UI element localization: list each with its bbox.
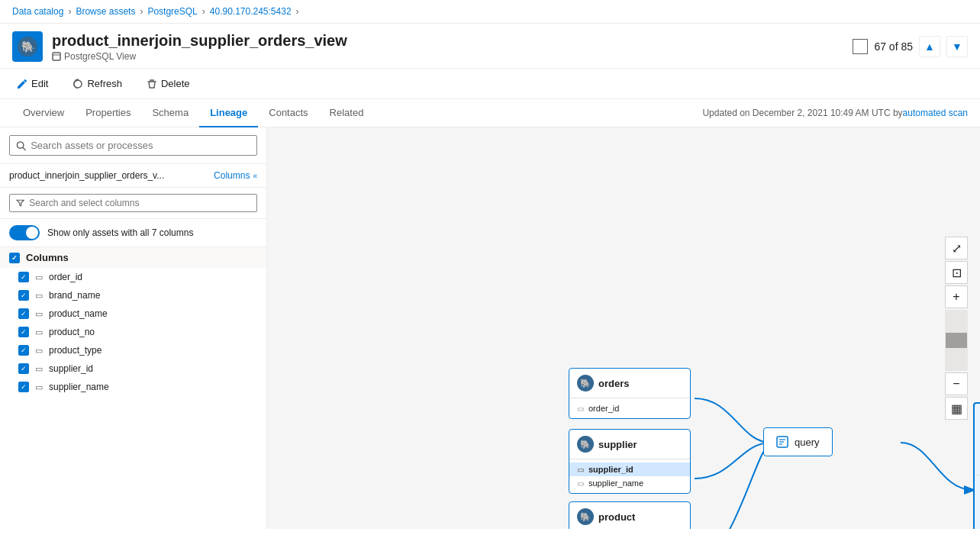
result-col-product_name: ▭ product_name <box>975 506 980 520</box>
query-icon <box>776 436 788 448</box>
tab-related[interactable]: Related <box>319 99 375 127</box>
zoom-thumb[interactable] <box>946 333 967 348</box>
columns-section-header: ✓ Columns <box>0 247 266 268</box>
postgresql-icon: 🐘 <box>12 31 43 62</box>
page-subtitle: PostgreSQL View <box>52 51 347 62</box>
col-checkbox-product_type[interactable]: ✓ <box>18 345 29 356</box>
col-type-icon: ▭ <box>35 272 43 282</box>
prev-button[interactable]: ▲ <box>919 36 940 57</box>
left-panel: product_innerjoin_supplier_orders_v... C… <box>0 127 267 529</box>
edit-button[interactable]: Edit <box>12 75 53 92</box>
page-counter: 67 of 85 ▲ ▼ <box>853 36 968 57</box>
column-item-supplier_name[interactable]: ✓ ▭ supplier_name <box>0 378 266 396</box>
updated-by-link[interactable]: automated scan <box>903 108 968 118</box>
tab-schema[interactable]: Schema <box>141 99 199 127</box>
result-node-header: 🐘 PostgreSQL View product_innerjoin_supp… <box>975 404 980 475</box>
breadcrumb-ip[interactable]: 40.90.170.245:5432 <box>210 6 292 17</box>
product-pg-icon: 🐘 <box>577 508 594 525</box>
zoom-out-button[interactable]: − <box>945 372 968 395</box>
column-item-product_no[interactable]: ✓ ▭ product_no <box>0 323 266 341</box>
column-search-container <box>0 188 266 219</box>
breadcrumb-browse-assets[interactable]: Browse assets <box>76 6 135 17</box>
col-checkbox-product_no[interactable]: ✓ <box>18 327 29 337</box>
columns-toggle-switch[interactable] <box>9 225 40 240</box>
supplier-node[interactable]: 🐘 supplier ▭ supplier_id ▭ supplier_name <box>569 429 691 494</box>
column-search-input[interactable] <box>29 198 250 208</box>
tab-contacts[interactable]: Contacts <box>258 99 318 127</box>
map-button[interactable]: ▦ <box>945 397 968 420</box>
fit-button[interactable]: ⊡ <box>945 261 968 284</box>
updated-info: Updated on December 2, 2021 10:49 AM UTC… <box>702 100 968 126</box>
svg-rect-2 <box>53 53 60 60</box>
select-checkbox[interactable] <box>853 39 868 54</box>
delete-button[interactable]: Delete <box>142 75 195 92</box>
col-checkbox-brand_name[interactable]: ✓ <box>18 290 29 301</box>
svg-line-5 <box>23 147 25 150</box>
column-item-product_type[interactable]: ✓ ▭ product_type <box>0 341 266 359</box>
col-name-brand_name: brand_name <box>49 290 100 301</box>
zoom-track[interactable] <box>945 310 968 371</box>
view-icon <box>52 52 61 61</box>
col-name-supplier_id: supplier_id <box>49 363 93 374</box>
supplier-node-header: 🐘 supplier <box>569 430 690 459</box>
header-left: 🐘 product_innerjoin_supplier_orders_view… <box>12 31 347 62</box>
asset-search-bar[interactable] <box>9 135 257 156</box>
chevron-icon: « <box>253 172 257 180</box>
breadcrumb-data-catalog[interactable]: Data catalog <box>12 6 63 17</box>
zoom-controls: ⤢ ⊡ + − ▦ <box>945 237 968 420</box>
product-node[interactable]: 🐘 product ▭ brand_name ▭ product_name ▭ … <box>569 501 691 529</box>
result-col-order_id: ▭ order_id <box>975 479 980 492</box>
columns-toggle[interactable]: Columns « <box>214 170 257 181</box>
expand-button[interactable]: ⤢ <box>945 237 968 259</box>
col-name-supplier_name: supplier_name <box>49 382 109 392</box>
breadcrumb-postgresql[interactable]: PostgreSQL <box>147 6 197 17</box>
orders-col-order_id: ▭ order_id <box>569 401 690 415</box>
supplier-pg-icon: 🐘 <box>577 436 594 453</box>
query-node[interactable]: query <box>763 427 833 456</box>
edit-icon <box>17 79 27 89</box>
product-label: product <box>598 511 635 523</box>
column-item-brand_name[interactable]: ✓ ▭ brand_name <box>0 286 266 305</box>
orders-label: orders <box>598 378 629 389</box>
tab-overview[interactable]: Overview <box>12 99 75 127</box>
svg-text:🐘: 🐘 <box>21 40 35 53</box>
column-search-bar[interactable] <box>9 194 257 212</box>
col-checkbox-product_name[interactable]: ✓ <box>18 308 29 319</box>
refresh-button[interactable]: Refresh <box>68 75 127 92</box>
tab-lineage[interactable]: Lineage <box>199 99 258 127</box>
supplier-label: supplier <box>598 439 637 450</box>
main-content: product_innerjoin_supplier_orders_v... C… <box>0 127 980 529</box>
supplier-col-supplier_name: ▭ supplier_name <box>569 476 690 490</box>
zoom-in-button[interactable]: + <box>945 285 968 308</box>
col-checkbox-supplier_name[interactable]: ✓ <box>18 382 29 392</box>
product-node-header: 🐘 product <box>569 502 690 529</box>
header: 🐘 product_innerjoin_supplier_orders_view… <box>0 24 980 69</box>
col-type-icon: ▭ <box>35 309 43 319</box>
delete-icon <box>147 79 157 89</box>
all-columns-checkbox[interactable]: ✓ <box>9 253 20 263</box>
orders-node-header: 🐘 orders <box>569 369 690 398</box>
orders-node[interactable]: 🐘 orders ▭ order_id <box>569 368 691 419</box>
col-icon: ▭ <box>577 404 584 413</box>
col-name-product_no: product_no <box>49 327 95 337</box>
lineage-canvas: 🐘 orders ▭ order_id 🐘 supplier ▭ supplie… <box>267 127 980 529</box>
col-icon: ▭ <box>577 479 584 488</box>
column-item-supplier_id[interactable]: ✓ ▭ supplier_id <box>0 359 266 378</box>
col-type-icon: ▭ <box>35 346 43 356</box>
col-type-icon: ▭ <box>35 327 43 337</box>
search-input[interactable] <box>31 140 250 151</box>
col-name-order_id: order_id <box>49 272 82 282</box>
result-node[interactable]: 🐘 PostgreSQL View product_innerjoin_supp… <box>973 402 980 529</box>
column-item-order_id[interactable]: ✓ ▭ order_id <box>0 268 266 286</box>
col-checkbox-order_id[interactable]: ✓ <box>18 272 29 282</box>
col-checkbox-supplier_id[interactable]: ✓ <box>18 363 29 374</box>
column-item-product_name[interactable]: ✓ ▭ product_name <box>0 305 266 323</box>
col-name-product_type: product_type <box>49 345 102 356</box>
result-col-brand_name: ▭ brand_name <box>975 492 980 506</box>
col-icon: ▭ <box>577 466 584 474</box>
next-button[interactable]: ▼ <box>946 36 968 57</box>
query-label: query <box>795 437 820 448</box>
panel-header: product_innerjoin_supplier_orders_v... C… <box>0 164 266 188</box>
supplier-col-supplier_id: ▭ supplier_id <box>569 462 690 476</box>
tab-properties[interactable]: Properties <box>75 99 141 127</box>
